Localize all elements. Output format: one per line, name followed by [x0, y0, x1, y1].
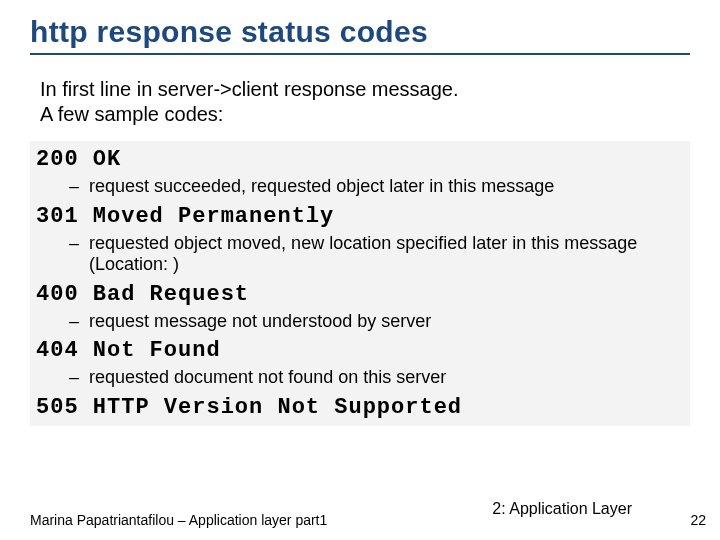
status-code: 505 HTTP Version Not Supported — [34, 395, 686, 420]
intro-line-1: In first line in server->client response… — [40, 77, 680, 102]
codes-block: 200 OK request succeeded, requested obje… — [30, 141, 690, 426]
status-desc: request message not understood by server — [34, 307, 686, 339]
slide: http response status codes In first line… — [0, 0, 720, 540]
footer-left: Marina Papatriantafilou – Application la… — [30, 512, 327, 528]
intro-text: In first line in server->client response… — [40, 77, 680, 127]
status-desc: requested object moved, new location spe… — [34, 229, 686, 282]
intro-line-2: A few sample codes: — [40, 102, 680, 127]
footer-right: 2: Application Layer — [492, 500, 632, 518]
page-number: 22 — [690, 512, 706, 528]
status-code: 301 Moved Permanently — [34, 204, 686, 229]
slide-title: http response status codes — [30, 15, 690, 49]
status-code: 400 Bad Request — [34, 282, 686, 307]
status-desc: request succeeded, requested object late… — [34, 172, 686, 204]
status-code: 200 OK — [34, 147, 686, 172]
status-desc: requested document not found on this ser… — [34, 363, 686, 395]
title-underline — [30, 53, 690, 55]
status-code: 404 Not Found — [34, 338, 686, 363]
